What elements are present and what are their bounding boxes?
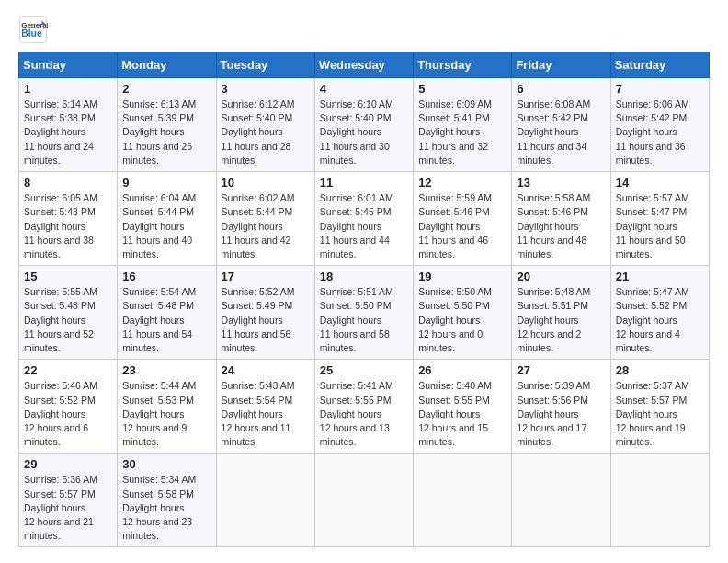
day-number: 26	[418, 363, 506, 377]
day-number: 23	[122, 363, 210, 377]
calendar-cell: 23Sunrise: 5:44 AMSunset: 5:53 PMDayligh…	[118, 360, 216, 454]
calendar-cell: 11Sunrise: 6:01 AMSunset: 5:45 PMDayligh…	[314, 172, 413, 266]
calendar-header-row: SundayMondayTuesdayWednesdayThursdayFrid…	[19, 52, 710, 78]
day-info: Sunrise: 5:37 AMSunset: 5:57 PMDaylight …	[616, 379, 704, 449]
calendar-cell: 5Sunrise: 6:09 AMSunset: 5:41 PMDaylight…	[414, 78, 512, 172]
calendar-cell: 21Sunrise: 5:47 AMSunset: 5:52 PMDayligh…	[610, 266, 709, 360]
calendar-cell: 25Sunrise: 5:41 AMSunset: 5:55 PMDayligh…	[314, 360, 413, 454]
svg-text:Blue: Blue	[21, 29, 42, 39]
calendar-week-row: 8Sunrise: 6:05 AMSunset: 5:43 PMDaylight…	[19, 172, 710, 266]
day-info: Sunrise: 5:55 AMSunset: 5:48 PMDaylight …	[24, 285, 112, 355]
day-info: Sunrise: 6:06 AMSunset: 5:42 PMDaylight …	[616, 98, 704, 167]
calendar-cell: 4Sunrise: 6:10 AMSunset: 5:40 PMDaylight…	[314, 78, 413, 172]
weekday-header: Wednesday	[314, 52, 413, 78]
calendar-cell: 15Sunrise: 5:55 AMSunset: 5:48 PMDayligh…	[19, 266, 118, 360]
calendar-cell: 22Sunrise: 5:46 AMSunset: 5:52 PMDayligh…	[19, 360, 118, 454]
weekday-header: Tuesday	[216, 52, 314, 78]
day-info: Sunrise: 5:40 AMSunset: 5:55 PMDaylight …	[418, 379, 506, 449]
calendar-cell: 30Sunrise: 5:34 AMSunset: 5:58 PMDayligh…	[118, 454, 216, 547]
weekday-header: Thursday	[414, 52, 512, 78]
calendar-cell: 12Sunrise: 5:59 AMSunset: 5:46 PMDayligh…	[414, 172, 512, 266]
calendar-week-row: 1Sunrise: 6:14 AMSunset: 5:38 PMDaylight…	[19, 78, 710, 172]
day-number: 5	[418, 82, 506, 96]
day-info: Sunrise: 5:59 AMSunset: 5:46 PMDaylight …	[418, 191, 506, 261]
calendar-cell: 9Sunrise: 6:04 AMSunset: 5:44 PMDaylight…	[118, 172, 216, 266]
calendar-body: 1Sunrise: 6:14 AMSunset: 5:38 PMDaylight…	[19, 78, 710, 547]
calendar-week-row: 29Sunrise: 5:36 AMSunset: 5:57 PMDayligh…	[19, 454, 710, 547]
day-info: Sunrise: 5:34 AMSunset: 5:58 PMDaylight …	[122, 473, 210, 543]
calendar-cell: 19Sunrise: 5:50 AMSunset: 5:50 PMDayligh…	[414, 266, 512, 360]
day-info: Sunrise: 5:41 AMSunset: 5:55 PMDaylight …	[320, 379, 408, 449]
calendar-cell: 27Sunrise: 5:39 AMSunset: 5:56 PMDayligh…	[512, 360, 610, 454]
day-number: 12	[418, 176, 506, 190]
day-number: 22	[24, 363, 112, 377]
day-info: Sunrise: 5:43 AMSunset: 5:54 PMDaylight …	[222, 379, 310, 449]
day-number: 27	[517, 363, 605, 377]
day-info: Sunrise: 6:05 AMSunset: 5:43 PMDaylight …	[24, 191, 112, 261]
day-number: 18	[320, 270, 408, 283]
calendar-week-row: 22Sunrise: 5:46 AMSunset: 5:52 PMDayligh…	[19, 360, 710, 454]
day-number: 25	[320, 363, 408, 377]
day-number: 19	[418, 270, 506, 283]
day-info: Sunrise: 5:44 AMSunset: 5:53 PMDaylight …	[122, 379, 210, 449]
calendar-cell: 1Sunrise: 6:14 AMSunset: 5:38 PMDaylight…	[19, 78, 118, 172]
weekday-header: Saturday	[610, 52, 709, 78]
calendar-cell: 13Sunrise: 5:58 AMSunset: 5:46 PMDayligh…	[512, 172, 610, 266]
day-number: 16	[122, 270, 210, 283]
day-info: Sunrise: 5:46 AMSunset: 5:52 PMDaylight …	[24, 379, 112, 449]
calendar-cell: 17Sunrise: 5:52 AMSunset: 5:49 PMDayligh…	[216, 266, 314, 360]
day-info: Sunrise: 6:04 AMSunset: 5:44 PMDaylight …	[122, 191, 210, 261]
day-info: Sunrise: 5:52 AMSunset: 5:49 PMDaylight …	[222, 285, 310, 355]
day-number: 20	[517, 270, 605, 283]
logo-icon: General Blue	[18, 15, 48, 44]
day-number: 24	[222, 363, 310, 377]
day-info: Sunrise: 5:57 AMSunset: 5:47 PMDaylight …	[616, 191, 704, 261]
calendar-cell	[512, 454, 610, 547]
weekday-header: Friday	[512, 52, 610, 78]
weekday-header: Sunday	[19, 52, 118, 78]
calendar-cell: 7Sunrise: 6:06 AMSunset: 5:42 PMDaylight…	[610, 78, 709, 172]
day-number: 21	[616, 270, 704, 283]
calendar-week-row: 15Sunrise: 5:55 AMSunset: 5:48 PMDayligh…	[19, 266, 710, 360]
day-info: Sunrise: 5:39 AMSunset: 5:56 PMDaylight …	[517, 379, 605, 449]
logo: General Blue	[18, 15, 48, 44]
calendar-cell: 2Sunrise: 6:13 AMSunset: 5:39 PMDaylight…	[118, 78, 216, 172]
day-info: Sunrise: 6:10 AMSunset: 5:40 PMDaylight …	[320, 98, 408, 167]
day-number: 10	[222, 176, 310, 190]
day-number: 1	[24, 82, 112, 96]
calendar-cell: 28Sunrise: 5:37 AMSunset: 5:57 PMDayligh…	[610, 360, 709, 454]
day-number: 9	[122, 176, 210, 190]
day-number: 28	[616, 363, 704, 377]
day-number: 14	[616, 176, 704, 190]
day-number: 7	[616, 82, 704, 96]
calendar-table: SundayMondayTuesdayWednesdayThursdayFrid…	[18, 52, 710, 547]
day-info: Sunrise: 5:50 AMSunset: 5:50 PMDaylight …	[418, 285, 506, 355]
day-info: Sunrise: 5:58 AMSunset: 5:46 PMDaylight …	[517, 191, 605, 261]
calendar-cell: 8Sunrise: 6:05 AMSunset: 5:43 PMDaylight…	[19, 172, 118, 266]
calendar-cell: 18Sunrise: 5:51 AMSunset: 5:50 PMDayligh…	[314, 266, 413, 360]
day-info: Sunrise: 6:08 AMSunset: 5:42 PMDaylight …	[517, 98, 605, 167]
calendar-cell	[314, 454, 413, 547]
day-number: 15	[24, 270, 112, 283]
calendar-cell: 24Sunrise: 5:43 AMSunset: 5:54 PMDayligh…	[216, 360, 314, 454]
calendar-cell: 14Sunrise: 5:57 AMSunset: 5:47 PMDayligh…	[610, 172, 709, 266]
calendar-cell	[414, 454, 512, 547]
page-header: General Blue	[18, 15, 710, 44]
calendar-cell: 26Sunrise: 5:40 AMSunset: 5:55 PMDayligh…	[414, 360, 512, 454]
day-number: 17	[222, 270, 310, 283]
day-number: 11	[320, 176, 408, 190]
weekday-header: Monday	[118, 52, 216, 78]
day-info: Sunrise: 6:01 AMSunset: 5:45 PMDaylight …	[320, 191, 408, 261]
calendar-cell	[216, 454, 314, 547]
day-info: Sunrise: 5:47 AMSunset: 5:52 PMDaylight …	[616, 285, 704, 355]
day-number: 2	[122, 82, 210, 96]
day-info: Sunrise: 5:51 AMSunset: 5:50 PMDaylight …	[320, 285, 408, 355]
day-number: 8	[24, 176, 112, 190]
calendar-cell	[610, 454, 709, 547]
day-info: Sunrise: 6:12 AMSunset: 5:40 PMDaylight …	[222, 98, 310, 167]
day-info: Sunrise: 6:13 AMSunset: 5:39 PMDaylight …	[122, 98, 210, 167]
calendar-cell: 29Sunrise: 5:36 AMSunset: 5:57 PMDayligh…	[19, 454, 118, 547]
day-info: Sunrise: 5:48 AMSunset: 5:51 PMDaylight …	[517, 285, 605, 355]
day-info: Sunrise: 6:09 AMSunset: 5:41 PMDaylight …	[418, 98, 506, 167]
day-info: Sunrise: 5:54 AMSunset: 5:48 PMDaylight …	[122, 285, 210, 355]
